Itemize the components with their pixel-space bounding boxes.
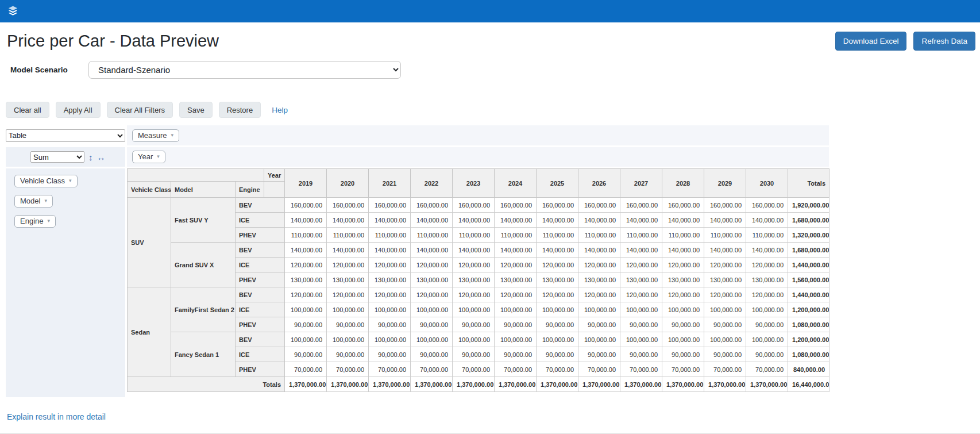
engine-cell: PHEV xyxy=(236,362,285,377)
col-totals-toggle-icon[interactable]: ↔ xyxy=(97,153,106,162)
toolbar-button-restore[interactable]: Restore xyxy=(219,102,261,118)
year-value-cell: 130,000.00 xyxy=(620,272,662,287)
help-link[interactable]: Help xyxy=(272,106,288,114)
year-column-header: 2029 xyxy=(704,169,746,198)
layers-logo-icon[interactable] xyxy=(6,5,20,18)
year-value-cell: 70,000.00 xyxy=(537,362,578,377)
year-value-cell: 140,000.00 xyxy=(411,243,453,258)
attribute-pill-measure[interactable]: Measure▾ xyxy=(132,129,179,142)
year-value-cell: 110,000.00 xyxy=(662,228,704,243)
model-cell: Fast SUV Y xyxy=(171,198,236,243)
year-value-cell: 130,000.00 xyxy=(495,272,537,287)
column-total-cell: 1,370,000.00 xyxy=(285,377,327,392)
year-value-cell: 110,000.00 xyxy=(578,228,620,243)
triangle-down-icon: ▾ xyxy=(44,198,47,203)
year-column-header: 2021 xyxy=(369,169,411,198)
year-value-cell: 90,000.00 xyxy=(411,347,453,362)
table-row: SUVFast SUV YBEV160,000.00160,000.00160,… xyxy=(128,198,829,213)
column-total-cell: 1,370,000.00 xyxy=(327,377,369,392)
toolbar-button-clear-all-filters[interactable]: Clear All Filters xyxy=(107,102,173,118)
aggregator-select[interactable]: Sum xyxy=(30,151,84,163)
table-row: SedanFamilyFirst Sedan 2BEV120,000.00120… xyxy=(128,287,829,302)
row-totals-toggle-icon[interactable]: ↕ xyxy=(88,153,93,162)
year-column-header: 2030 xyxy=(746,169,788,198)
year-value-cell: 160,000.00 xyxy=(620,198,662,213)
table-row: Grand SUV XBEV140,000.00140,000.00140,00… xyxy=(128,243,829,258)
year-value-cell: 140,000.00 xyxy=(411,213,453,228)
year-value-cell: 100,000.00 xyxy=(369,332,411,347)
row-axis-label-cell-vehicle-class: Vehicle Class xyxy=(128,182,171,198)
triangle-down-icon: ▾ xyxy=(69,178,72,183)
toolbar-button-clear-all[interactable]: Clear all xyxy=(6,102,49,118)
year-value-cell: 90,000.00 xyxy=(495,347,537,362)
column-total-cell: 1,370,000.00 xyxy=(746,377,788,392)
year-value-cell: 100,000.00 xyxy=(704,332,746,347)
totals-row-label-cell: Totals xyxy=(128,377,285,392)
year-column-header: 2027 xyxy=(620,169,662,198)
year-value-cell: 90,000.00 xyxy=(662,317,704,332)
year-value-cell: 130,000.00 xyxy=(369,272,411,287)
year-value-cell: 100,000.00 xyxy=(285,302,327,317)
year-value-cell: 120,000.00 xyxy=(453,258,495,272)
year-value-cell: 110,000.00 xyxy=(537,228,578,243)
column-total-cell: 1,370,000.00 xyxy=(495,377,537,392)
row-attributes-area: Vehicle Class▾Model▾Engine▾ xyxy=(6,168,125,397)
unused-attributes-area: Measure▾ xyxy=(127,125,829,145)
year-value-cell: 140,000.00 xyxy=(620,213,662,228)
year-value-cell: 160,000.00 xyxy=(704,198,746,213)
model-scenario-label: Model Scenario xyxy=(10,66,88,74)
page-title: Price per Car - Data Preview xyxy=(7,32,219,51)
engine-cell: ICE xyxy=(236,258,285,272)
engine-cell: BEV xyxy=(236,287,285,302)
year-value-cell: 110,000.00 xyxy=(746,228,788,243)
year-value-cell: 140,000.00 xyxy=(369,213,411,228)
year-value-cell: 110,000.00 xyxy=(411,228,453,243)
year-value-cell: 140,000.00 xyxy=(453,213,495,228)
row-total-cell: 1,320,000.00 xyxy=(788,228,829,243)
year-value-cell: 160,000.00 xyxy=(327,198,369,213)
year-value-cell: 90,000.00 xyxy=(285,347,327,362)
year-value-cell: 110,000.00 xyxy=(285,228,327,243)
year-value-cell: 160,000.00 xyxy=(578,198,620,213)
toolbar-button-apply-all[interactable]: Apply All xyxy=(56,102,101,118)
column-total-cell: 1,370,000.00 xyxy=(620,377,662,392)
year-value-cell: 120,000.00 xyxy=(746,258,788,272)
download-excel-button[interactable]: Download Excel xyxy=(835,32,907,51)
engine-cell: ICE xyxy=(236,302,285,317)
year-value-cell: 120,000.00 xyxy=(662,258,704,272)
year-value-cell: 140,000.00 xyxy=(453,243,495,258)
attribute-pill-engine[interactable]: Engine▾ xyxy=(14,215,56,228)
year-value-cell: 120,000.00 xyxy=(453,287,495,302)
refresh-data-button[interactable]: Refresh Data xyxy=(913,32,975,51)
blank-mini-header-cell xyxy=(264,182,285,198)
attribute-pill-label: Vehicle Class xyxy=(20,176,65,185)
grand-total-cell: 16,440,000.00 xyxy=(788,377,829,392)
year-column-header: 2026 xyxy=(578,169,620,198)
year-value-cell: 160,000.00 xyxy=(453,198,495,213)
year-value-cell: 140,000.00 xyxy=(285,243,327,258)
year-column-header: 2028 xyxy=(662,169,704,198)
year-value-cell: 90,000.00 xyxy=(620,317,662,332)
model-scenario-select[interactable]: Standard-Szenario xyxy=(88,61,401,79)
engine-cell: PHEV xyxy=(236,228,285,243)
vehicle-class-cell: SUV xyxy=(128,198,171,287)
toolbar-button-save[interactable]: Save xyxy=(179,102,213,118)
table-row: Fancy Sedan 1BEV100,000.00100,000.00100,… xyxy=(128,332,829,347)
year-value-cell: 130,000.00 xyxy=(453,272,495,287)
explain-link[interactable]: Explain result in more detail xyxy=(7,412,106,421)
pivot-table: Year201920202021202220232024202520262027… xyxy=(127,168,829,392)
renderer-cell: Table xyxy=(6,125,125,145)
year-value-cell: 100,000.00 xyxy=(662,302,704,317)
year-value-cell: 90,000.00 xyxy=(327,317,369,332)
attribute-pill-year[interactable]: Year▾ xyxy=(132,151,165,163)
year-axis-label-cell: Year xyxy=(264,169,285,182)
year-value-cell: 70,000.00 xyxy=(746,362,788,377)
top-navigation-bar xyxy=(0,0,980,22)
year-value-cell: 100,000.00 xyxy=(537,302,578,317)
renderer-select[interactable]: Table xyxy=(6,129,125,142)
year-value-cell: 120,000.00 xyxy=(620,287,662,302)
attribute-pill-model[interactable]: Model▾ xyxy=(14,195,53,208)
attribute-pill-vehicle-class[interactable]: Vehicle Class▾ xyxy=(14,175,78,187)
year-value-cell: 120,000.00 xyxy=(537,258,578,272)
year-value-cell: 100,000.00 xyxy=(285,332,327,347)
